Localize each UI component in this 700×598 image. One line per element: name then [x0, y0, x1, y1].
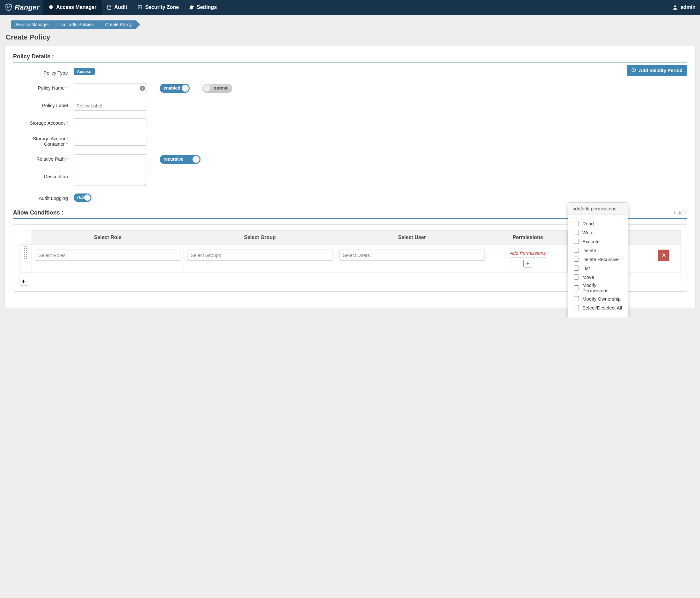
permission-label: Modify Ownership	[582, 296, 621, 302]
permission-item[interactable]: Modify Permissions	[573, 282, 624, 293]
select-roles-input[interactable]: Select Roles	[35, 250, 180, 261]
panel: Add Validity Period Policy Details : Pol…	[4, 46, 696, 308]
breadcrumb-item[interactable]: cm_adls Policies	[54, 20, 98, 29]
breadcrumb-item[interactable]: Create Policy	[98, 20, 136, 29]
permission-checkbox[interactable]	[574, 285, 579, 291]
permission-item[interactable]: Move	[573, 274, 624, 280]
section-title-allow-conditions: Allow Conditions :	[13, 209, 64, 216]
permission-checkbox[interactable]	[574, 221, 579, 226]
label-policy-type: Policy Type	[13, 68, 74, 76]
permission-label: Modify Permissions	[582, 282, 624, 293]
nav-settings[interactable]: Settings	[184, 0, 222, 15]
user-name: admin	[680, 4, 696, 10]
user-icon	[672, 4, 678, 10]
permission-item[interactable]: Delete Recursive	[573, 256, 624, 263]
policy-name-input[interactable]	[74, 83, 147, 93]
add-permissions-link[interactable]: Add Permissions	[509, 250, 546, 258]
permission-label: Delete Recursive	[582, 257, 619, 262]
th-permissions: Permissions	[488, 231, 567, 245]
select-groups-input[interactable]: Select Groups	[187, 250, 332, 261]
label-policy-label: Policy Label	[13, 101, 74, 108]
audit-logging-toggle[interactable]: YES	[74, 194, 92, 202]
label-policy-name: Policy Name *	[13, 83, 74, 91]
normal-toggle[interactable]: normal	[202, 84, 232, 93]
file-icon	[107, 5, 112, 10]
permission-checkbox[interactable]	[574, 266, 579, 271]
permission-label: Write	[582, 230, 594, 235]
chevron-up-icon	[684, 210, 687, 216]
nav-label: Access Manager	[56, 4, 96, 10]
permission-item[interactable]: Delete	[573, 247, 624, 254]
permission-item[interactable]: List	[573, 265, 624, 272]
th-role: Select Role	[31, 231, 183, 245]
hide-link[interactable]: hide	[674, 210, 687, 216]
permission-item[interactable]: Read	[573, 220, 624, 227]
navbar: R Ranger Access Manager Audit Security Z…	[0, 0, 700, 15]
permission-checkbox[interactable]	[574, 305, 579, 310]
permission-checkbox[interactable]	[574, 230, 579, 235]
storage-account-input[interactable]	[74, 118, 147, 128]
shield-icon	[48, 5, 54, 10]
nav-access-manager[interactable]: Access Manager	[43, 0, 101, 15]
button-label: Add Validity Period	[639, 68, 682, 73]
breadcrumb: Service Manager cm_adls Policies Create …	[11, 20, 696, 29]
permission-item[interactable]: Execute	[573, 238, 624, 245]
page-title: Create Policy	[6, 33, 696, 42]
policy-label-input[interactable]	[74, 101, 147, 110]
permission-item[interactable]: Select/Deselect All	[573, 304, 624, 311]
popover-title: add/edit permissions	[568, 203, 628, 215]
label-relative-path: Relative Path *	[13, 154, 74, 161]
nav-label: Settings	[197, 4, 217, 10]
permission-label: Move	[582, 274, 594, 280]
drag-icon	[20, 246, 31, 259]
nav-label: Audit	[115, 4, 127, 10]
label-storage-account: Storage Account *	[13, 118, 74, 126]
nav-audit[interactable]: Audit	[102, 0, 133, 15]
breadcrumb-item[interactable]: Service Manager	[11, 20, 54, 29]
select-users-input[interactable]: Select Users	[339, 250, 484, 261]
delete-row-button[interactable]: ✕	[658, 250, 669, 261]
permission-label: Select/Deselect All	[582, 305, 622, 310]
permission-checkbox[interactable]	[574, 296, 579, 301]
section-title-policy-details: Policy Details :	[13, 53, 687, 63]
th-group: Select Group	[184, 231, 336, 245]
brand-text: Ranger	[15, 3, 40, 11]
th-user: Select User	[336, 231, 488, 245]
permission-label: Execute	[582, 239, 600, 244]
user-menu[interactable]: admin	[672, 4, 696, 10]
svg-point-2	[674, 5, 676, 7]
relative-path-input[interactable]	[74, 154, 147, 164]
brand-shield-icon: R	[4, 3, 13, 11]
permission-label: Delete	[582, 248, 596, 253]
permission-item[interactable]: Modify Ownership	[573, 295, 624, 302]
storage-account-container-input[interactable]	[74, 136, 147, 146]
brand[interactable]: R Ranger	[4, 3, 40, 11]
label-description: Description	[13, 172, 74, 179]
enabled-toggle[interactable]: enabled	[160, 84, 190, 93]
permission-checkbox[interactable]	[574, 248, 579, 253]
permission-checkbox[interactable]	[574, 274, 579, 279]
drag-handle[interactable]	[20, 245, 32, 273]
bolt-icon	[138, 5, 143, 10]
svg-text:R: R	[7, 5, 10, 9]
permissions-popover: add/edit permissions ReadWriteExecuteDel…	[568, 202, 628, 318]
permission-label: List	[582, 266, 590, 271]
gear-icon	[189, 5, 194, 10]
nav-security-zone[interactable]: Security Zone	[132, 0, 184, 15]
description-textarea[interactable]	[74, 172, 147, 186]
clock-icon	[631, 67, 636, 73]
info-icon[interactable]: i	[140, 86, 145, 91]
add-validity-button[interactable]: Add Validity Period	[627, 65, 687, 76]
label-storage-account-container: Storage Account Container *	[13, 136, 74, 147]
add-permission-button[interactable]: +	[523, 260, 532, 268]
recursive-toggle[interactable]: recursive	[160, 155, 200, 164]
permission-checkbox[interactable]	[574, 239, 579, 244]
add-row-button[interactable]: +	[19, 277, 28, 285]
permission-label: Read	[582, 221, 594, 226]
permission-item[interactable]: Write	[573, 229, 624, 236]
nav: Access Manager Audit Security Zone Setti…	[43, 0, 222, 15]
nav-label: Security Zone	[145, 4, 179, 10]
permission-checkbox[interactable]	[574, 257, 579, 262]
policy-type-badge: Access	[74, 68, 95, 75]
label-audit-logging: Audit Logging	[13, 194, 74, 201]
